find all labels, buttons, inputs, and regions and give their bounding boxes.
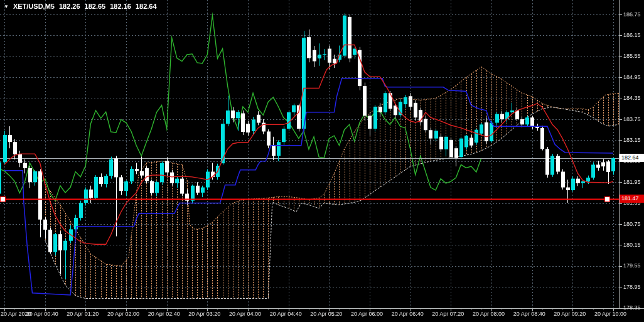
price-axis-label: 180.15 [623,242,641,248]
price-chart-canvas[interactable] [0,0,644,322]
bid-price-tag: 182.64 [620,154,644,162]
symbol-dropdown-icon[interactable]: ▼ [4,4,9,9]
price-axis-label: 184.35 [623,95,641,101]
time-axis-label: 20 Apr 05:20 [310,311,342,317]
time-axis-label: 20 Apr 02:40 [148,311,180,317]
price-axis-label: 186.15 [623,32,641,38]
time-axis-label: 20 Apr 08:00 [473,311,505,317]
time-axis-label: 20 Apr 08:40 [513,311,545,317]
price-axis-label: 183.75 [623,116,641,122]
ohlc-low-value: 182.16 [110,3,131,10]
ohlc-close-value: 182.64 [136,3,157,10]
time-axis-label: 20 Apr 06:40 [392,311,424,317]
chart-window: ▼ XET/USD,M5 182.26 182.65 182.16 182.64… [0,0,644,322]
time-axis-label: 20 Apr 06:00 [351,311,383,317]
price-axis-label: 181.95 [623,179,641,185]
ohlc-open-value: 182.26 [59,3,80,10]
time-axis-label: 20 Apr 02:00 [107,311,139,317]
time-axis-label: 20 Apr 00:40 [26,311,58,317]
price-axis-label: 183.15 [623,137,641,143]
chart-title-bar: ▼ XET/USD,M5 182.26 182.65 182.16 182.64 [4,3,157,10]
time-axis-label: 20 Apr 10:00 [594,311,626,317]
time-axis-label: 20 Apr 04:00 [229,311,261,317]
time-axis-label: 20 Apr 01:20 [67,311,99,317]
time-axis-label: 20 Apr 03:20 [188,311,220,317]
chart-symbol-timeframe: XET/USD,M5 [13,3,55,10]
time-axis-label: 20 Apr 09:20 [554,311,586,317]
time-axis-label: 20 Apr 07:20 [432,311,464,317]
price-axis-label: 184.95 [623,74,641,80]
price-axis-label: 178.95 [623,284,641,290]
price-axis-label: 186.75 [623,11,641,18]
hline-price-tag: 181.47 [620,195,644,203]
price-axis-label: 179.55 [623,262,641,269]
time-axis[interactable]: 20 Apr 202020 Apr 00:4020 Apr 01:2020 Ap… [0,308,644,322]
price-axis-label: 180.75 [623,221,641,227]
price-axis-label: 185.55 [623,53,641,59]
time-axis-label: 20 Apr 04:40 [270,311,302,317]
ohlc-high-value: 182.65 [85,3,106,10]
